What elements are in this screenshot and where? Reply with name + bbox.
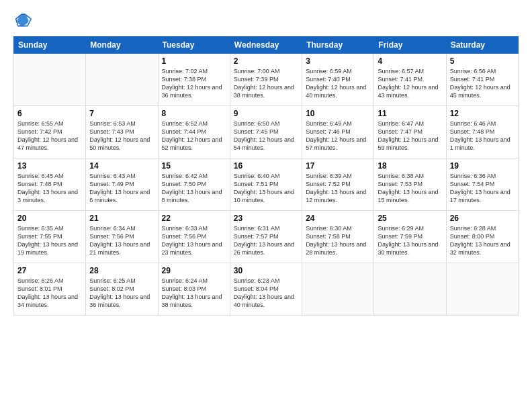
day-number: 11 [378,109,442,118]
calendar-cell [374,263,446,316]
calendar-cell [86,54,158,106]
day-number: 5 [450,56,515,66]
day-info: Sunrise: 6:38 AM Sunset: 7:53 PM Dayligh… [378,172,442,205]
calendar-cell: 13Sunrise: 6:45 AM Sunset: 7:48 PM Dayli… [14,158,86,211]
day-number: 7 [89,109,154,118]
day-number: 15 [162,161,226,171]
calendar-cell: 28Sunrise: 6:25 AM Sunset: 8:02 PM Dayli… [86,263,158,316]
calendar-cell: 24Sunrise: 6:30 AM Sunset: 7:58 PM Dayli… [302,211,374,263]
day-number: 18 [378,161,442,171]
calendar-cell: 18Sunrise: 6:38 AM Sunset: 7:53 PM Dayli… [374,158,446,211]
calendar-header-tuesday: Tuesday [158,37,230,54]
calendar-cell: 20Sunrise: 6:35 AM Sunset: 7:55 PM Dayli… [14,211,86,263]
calendar-cell: 6Sunrise: 6:55 AM Sunset: 7:42 PM Daylig… [14,106,86,158]
calendar-cell [14,54,86,106]
calendar-week-4: 20Sunrise: 6:35 AM Sunset: 7:55 PM Dayli… [14,211,519,263]
calendar-cell: 7Sunrise: 6:53 AM Sunset: 7:43 PM Daylig… [86,106,158,158]
calendar-cell: 15Sunrise: 6:42 AM Sunset: 7:50 PM Dayli… [158,158,230,211]
calendar-cell: 19Sunrise: 6:36 AM Sunset: 7:54 PM Dayli… [446,158,518,211]
day-info: Sunrise: 6:53 AM Sunset: 7:43 PM Dayligh… [89,120,154,152]
day-number: 13 [17,161,82,171]
header [13,11,519,30]
calendar-cell: 16Sunrise: 6:40 AM Sunset: 7:51 PM Dayli… [230,158,302,211]
day-info: Sunrise: 6:43 AM Sunset: 7:49 PM Dayligh… [89,172,154,205]
calendar-week-1: 1Sunrise: 7:02 AM Sunset: 7:38 PM Daylig… [14,54,519,106]
day-number: 16 [234,161,298,171]
day-info: Sunrise: 6:28 AM Sunset: 8:00 PM Dayligh… [450,224,515,257]
day-number: 30 [234,266,298,275]
day-number: 21 [89,214,154,223]
calendar-cell: 10Sunrise: 6:49 AM Sunset: 7:46 PM Dayli… [302,106,374,158]
day-number: 14 [89,161,154,171]
day-info: Sunrise: 6:55 AM Sunset: 7:42 PM Dayligh… [17,120,82,152]
day-info: Sunrise: 6:33 AM Sunset: 7:56 PM Dayligh… [162,224,226,257]
calendar-cell: 11Sunrise: 6:47 AM Sunset: 7:47 PM Dayli… [374,106,446,158]
calendar-cell: 1Sunrise: 7:02 AM Sunset: 7:38 PM Daylig… [158,54,230,106]
day-info: Sunrise: 7:00 AM Sunset: 7:39 PM Dayligh… [234,67,298,100]
day-info: Sunrise: 6:29 AM Sunset: 7:59 PM Dayligh… [378,224,442,257]
day-info: Sunrise: 6:47 AM Sunset: 7:47 PM Dayligh… [378,120,442,152]
calendar-cell: 12Sunrise: 6:46 AM Sunset: 7:48 PM Dayli… [446,106,518,158]
day-info: Sunrise: 6:25 AM Sunset: 8:02 PM Dayligh… [89,277,154,310]
calendar-cell: 29Sunrise: 6:24 AM Sunset: 8:03 PM Dayli… [158,263,230,316]
day-number: 22 [162,214,226,223]
day-number: 23 [234,214,298,223]
day-info: Sunrise: 6:36 AM Sunset: 7:54 PM Dayligh… [450,172,515,205]
day-number: 8 [162,109,226,118]
day-number: 19 [450,161,515,171]
day-info: Sunrise: 6:39 AM Sunset: 7:52 PM Dayligh… [306,172,370,205]
calendar-cell: 27Sunrise: 6:26 AM Sunset: 8:01 PM Dayli… [14,263,86,316]
day-number: 12 [450,109,515,118]
day-number: 17 [306,161,370,171]
calendar-header-thursday: Thursday [302,37,374,54]
calendar-cell: 17Sunrise: 6:39 AM Sunset: 7:52 PM Dayli… [302,158,374,211]
page: SundayMondayTuesdayWednesdayThursdayFrid… [0,0,532,411]
calendar-cell: 14Sunrise: 6:43 AM Sunset: 7:49 PM Dayli… [86,158,158,211]
day-number: 9 [234,109,298,118]
day-number: 2 [234,56,298,66]
day-number: 26 [450,214,515,223]
day-info: Sunrise: 6:46 AM Sunset: 7:48 PM Dayligh… [450,120,515,152]
day-number: 20 [17,214,82,223]
day-info: Sunrise: 6:26 AM Sunset: 8:01 PM Dayligh… [17,277,82,310]
calendar-week-3: 13Sunrise: 6:45 AM Sunset: 7:48 PM Dayli… [14,158,519,211]
calendar-cell: 5Sunrise: 6:56 AM Sunset: 7:41 PM Daylig… [446,54,518,106]
day-number: 10 [306,109,370,118]
day-info: Sunrise: 6:35 AM Sunset: 7:55 PM Dayligh… [17,224,82,257]
calendar-cell [446,263,518,316]
day-info: Sunrise: 7:02 AM Sunset: 7:38 PM Dayligh… [162,67,226,100]
calendar-cell: 25Sunrise: 6:29 AM Sunset: 7:59 PM Dayli… [374,211,446,263]
day-info: Sunrise: 6:59 AM Sunset: 7:40 PM Dayligh… [306,67,370,100]
day-info: Sunrise: 6:23 AM Sunset: 8:04 PM Dayligh… [234,277,298,310]
day-info: Sunrise: 6:42 AM Sunset: 7:50 PM Dayligh… [162,172,226,205]
calendar-cell: 23Sunrise: 6:31 AM Sunset: 7:57 PM Dayli… [230,211,302,263]
calendar-header-sunday: Sunday [14,37,86,54]
day-info: Sunrise: 6:40 AM Sunset: 7:51 PM Dayligh… [234,172,298,205]
calendar-cell: 26Sunrise: 6:28 AM Sunset: 8:00 PM Dayli… [446,211,518,263]
day-info: Sunrise: 6:31 AM Sunset: 7:57 PM Dayligh… [234,224,298,257]
day-info: Sunrise: 6:34 AM Sunset: 7:56 PM Dayligh… [89,224,154,257]
day-info: Sunrise: 6:50 AM Sunset: 7:45 PM Dayligh… [234,120,298,152]
logo-icon [13,11,32,30]
calendar-cell: 3Sunrise: 6:59 AM Sunset: 7:40 PM Daylig… [302,54,374,106]
calendar-cell [302,263,374,316]
day-number: 1 [162,56,226,66]
day-number: 27 [17,266,82,275]
day-info: Sunrise: 6:52 AM Sunset: 7:44 PM Dayligh… [162,120,226,152]
day-info: Sunrise: 6:45 AM Sunset: 7:48 PM Dayligh… [17,172,82,205]
calendar-cell: 30Sunrise: 6:23 AM Sunset: 8:04 PM Dayli… [230,263,302,316]
calendar-cell: 22Sunrise: 6:33 AM Sunset: 7:56 PM Dayli… [158,211,230,263]
logo [13,11,35,30]
calendar-week-2: 6Sunrise: 6:55 AM Sunset: 7:42 PM Daylig… [14,106,519,158]
calendar-header-row: SundayMondayTuesdayWednesdayThursdayFrid… [14,37,519,54]
calendar-cell: 9Sunrise: 6:50 AM Sunset: 7:45 PM Daylig… [230,106,302,158]
day-number: 29 [162,266,226,275]
calendar-cell: 8Sunrise: 6:52 AM Sunset: 7:44 PM Daylig… [158,106,230,158]
day-info: Sunrise: 6:56 AM Sunset: 7:41 PM Dayligh… [450,67,515,100]
day-number: 4 [378,56,442,66]
day-info: Sunrise: 6:24 AM Sunset: 8:03 PM Dayligh… [162,277,226,310]
calendar-header-wednesday: Wednesday [230,37,302,54]
day-info: Sunrise: 6:57 AM Sunset: 7:41 PM Dayligh… [378,67,442,100]
calendar-header-monday: Monday [86,37,158,54]
calendar-header-saturday: Saturday [446,37,518,54]
